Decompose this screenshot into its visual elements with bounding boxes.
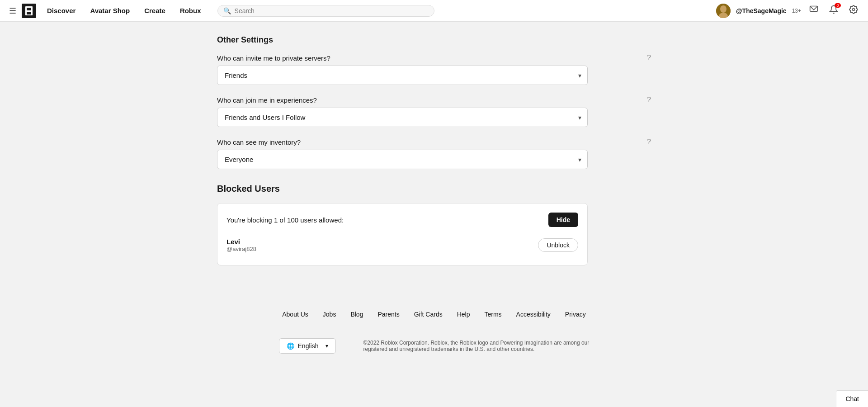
blocked-users-header: You're blocking 1 of 100 users allowed: … xyxy=(226,213,578,227)
private-servers-help-icon[interactable]: ? xyxy=(647,54,651,62)
blocked-users-card: You're blocking 1 of 100 users allowed: … xyxy=(217,203,588,265)
inventory-setting: Who can see my inventory? ? Everyone Fri… xyxy=(217,138,651,169)
chat-button[interactable]: Chat xyxy=(836,390,868,407)
inventory-select-wrapper: Everyone Friends No one ▾ xyxy=(217,150,588,169)
footer-terms-link[interactable]: Terms xyxy=(484,311,501,318)
private-servers-select[interactable]: Friends Everyone No one xyxy=(217,66,588,85)
search-bar: 🔍 xyxy=(217,5,434,17)
notification-badge: 0 xyxy=(835,3,841,8)
language-label: English xyxy=(298,342,319,350)
footer: About Us Jobs Blog Parents Gift Cards He… xyxy=(0,293,868,363)
join-experiences-select[interactable]: Friends and Users I Follow Everyone Frie… xyxy=(217,108,588,127)
svg-point-5 xyxy=(720,5,726,13)
footer-blog-link[interactable]: Blog xyxy=(350,311,363,318)
discover-nav-link[interactable]: Discover xyxy=(42,7,81,14)
footer-about-us-link[interactable]: About Us xyxy=(282,311,308,318)
blocked-users-section: Blocked Users You're blocking 1 of 100 u… xyxy=(217,184,651,265)
inventory-label-row: Who can see my inventory? ? xyxy=(217,138,651,146)
nav-right-section: @TheSageMagic 13+ 0 xyxy=(716,3,861,18)
footer-help-link[interactable]: Help xyxy=(457,311,470,318)
join-experiences-help-icon[interactable]: ? xyxy=(647,96,651,104)
inventory-select[interactable]: Everyone Friends No one xyxy=(217,150,588,169)
footer-bottom: 🌐 English ▾ ©2022 Roblox Corporation. Ro… xyxy=(9,338,859,354)
search-input[interactable] xyxy=(235,7,429,14)
inventory-help-icon[interactable]: ? xyxy=(647,138,651,146)
svg-rect-2 xyxy=(27,8,31,10)
main-content: Other Settings Who can invite me to priv… xyxy=(208,22,660,293)
private-servers-label: Who can invite me to private servers? xyxy=(217,54,330,62)
language-selector[interactable]: 🌐 English ▾ xyxy=(279,338,336,354)
username-label[interactable]: @TheSageMagic xyxy=(736,7,787,14)
unblock-button[interactable]: Unblock xyxy=(538,238,578,252)
blocked-user-handle: @aviraj828 xyxy=(226,246,531,252)
footer-copyright: ©2022 Roblox Corporation. Roblox, the Ro… xyxy=(363,340,589,352)
hamburger-menu-icon[interactable]: ☰ xyxy=(7,4,18,18)
blocked-user-row: Levi @aviraj828 Unblock xyxy=(226,234,578,256)
inventory-label: Who can see my inventory? xyxy=(217,138,301,146)
footer-accessibility-link[interactable]: Accessibility xyxy=(516,311,551,318)
footer-parents-link[interactable]: Parents xyxy=(377,311,399,318)
svg-rect-3 xyxy=(27,12,31,14)
avatar-image xyxy=(716,4,731,18)
language-chevron-icon: ▾ xyxy=(326,343,328,349)
join-experiences-setting: Who can join me in experiences? ? Friend… xyxy=(217,96,651,127)
avatar-shop-nav-link[interactable]: Avatar Shop xyxy=(85,7,135,14)
private-servers-setting: Who can invite me to private servers? ? … xyxy=(217,54,651,85)
private-servers-label-row: Who can invite me to private servers? ? xyxy=(217,54,651,62)
join-experiences-label-row: Who can join me in experiences? ? xyxy=(217,96,651,104)
blocked-user-info: Levi @aviraj828 xyxy=(226,238,531,252)
join-experiences-select-wrapper: Friends and Users I Follow Everyone Frie… xyxy=(217,108,588,127)
footer-gift-cards-link[interactable]: Gift Cards xyxy=(414,311,443,318)
user-avatar[interactable] xyxy=(716,4,731,18)
blocked-count-text: You're blocking 1 of 100 users allowed: xyxy=(226,216,344,224)
other-settings-title: Other Settings xyxy=(217,35,651,45)
join-experiences-label: Who can join me in experiences? xyxy=(217,96,317,104)
notifications-icon-btn[interactable]: 0 xyxy=(826,3,841,18)
roblox-logo[interactable] xyxy=(22,4,36,18)
robux-nav-link[interactable]: Robux xyxy=(175,7,207,14)
roblox-logo-svg xyxy=(22,4,36,18)
blocked-users-title: Blocked Users xyxy=(217,184,651,194)
private-servers-select-wrapper: Friends Everyone No one ▾ xyxy=(217,66,588,85)
settings-gear-icon xyxy=(849,5,858,14)
create-nav-link[interactable]: Create xyxy=(139,7,171,14)
settings-icon-btn[interactable] xyxy=(846,3,861,18)
hide-blocked-users-button[interactable]: Hide xyxy=(548,213,578,227)
footer-divider xyxy=(208,329,660,329)
footer-links: About Us Jobs Blog Parents Gift Cards He… xyxy=(9,311,859,318)
age-badge: 13+ xyxy=(792,8,801,14)
messages-icon xyxy=(809,5,818,14)
svg-point-8 xyxy=(853,9,855,11)
footer-jobs-link[interactable]: Jobs xyxy=(323,311,336,318)
footer-privacy-link[interactable]: Privacy xyxy=(565,311,586,318)
globe-icon: 🌐 xyxy=(287,342,294,350)
top-navigation: ☰ Discover Avatar Shop Create Robux 🔍 @T… xyxy=(0,0,868,22)
blocked-user-name: Levi xyxy=(226,238,531,246)
search-icon: 🔍 xyxy=(223,7,231,14)
messages-icon-btn[interactable] xyxy=(807,3,821,18)
